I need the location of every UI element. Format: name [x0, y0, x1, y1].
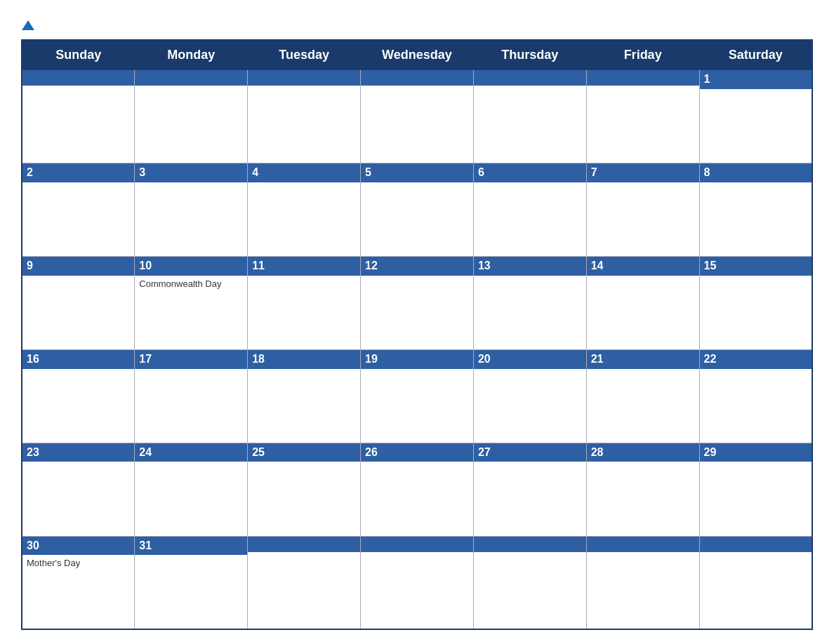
- day-number: 3: [135, 163, 247, 182]
- calendar-cell: 31: [135, 536, 248, 629]
- calendar-cell: [473, 70, 586, 163]
- calendar-cell: 26: [361, 443, 474, 536]
- calendar-week-3: 910Commonwealth Day1112131415: [22, 256, 812, 349]
- day-number: 28: [587, 443, 699, 462]
- calendar-cell: 22: [699, 349, 812, 443]
- calendar-week-2: 2345678: [22, 163, 812, 256]
- calendar-cell: 6: [473, 163, 586, 256]
- calendar-week-5: 23242526272829: [22, 443, 812, 536]
- calendar-cell: 19: [361, 349, 474, 443]
- day-number: 11: [248, 257, 360, 276]
- calendar-cell: [248, 536, 361, 629]
- calendar-cell: 1: [699, 70, 812, 163]
- logo: [21, 14, 34, 32]
- calendar-cell: 28: [586, 443, 699, 536]
- calendar-cell: [22, 70, 135, 163]
- calendar-cell: 30Mother's Day: [22, 536, 135, 629]
- calendar-cell: [473, 536, 586, 629]
- day-number: 20: [474, 350, 586, 369]
- calendar-cell: [586, 70, 699, 163]
- weekday-header-row: SundayMondayTuesdayWednesdayThursdayFrid…: [22, 40, 812, 70]
- calendar-cell: 25: [248, 443, 361, 536]
- day-number: 16: [22, 350, 134, 369]
- day-number: 23: [22, 443, 134, 462]
- calendar-cell: 17: [135, 349, 248, 443]
- calendar-cell: 12: [361, 256, 474, 349]
- calendar-cell: 14: [586, 256, 699, 349]
- calendar-cell: 29: [699, 443, 812, 536]
- calendar-cell: 16: [22, 349, 135, 443]
- calendar-cell: 8: [699, 163, 812, 256]
- day-number: 1: [700, 70, 812, 89]
- calendar-cell: [361, 536, 474, 629]
- day-number: 24: [135, 443, 247, 462]
- weekday-header-saturday: Saturday: [699, 40, 812, 70]
- calendar-cell: 4: [248, 163, 361, 256]
- day-number: 13: [474, 257, 586, 276]
- calendar-cell: [699, 536, 812, 629]
- logo-general: [21, 14, 34, 32]
- day-number: 21: [587, 350, 699, 369]
- day-number: 17: [135, 350, 247, 369]
- calendar-cell: 3: [135, 163, 248, 256]
- calendar-cell: [135, 70, 248, 163]
- calendar-cell: 21: [586, 349, 699, 443]
- day-number: 19: [361, 350, 473, 369]
- calendar-cell: 10Commonwealth Day: [135, 256, 248, 349]
- calendar-week-4: 16171819202122: [22, 349, 812, 443]
- calendar-week-1: 1: [22, 70, 812, 163]
- calendar-cell: 7: [586, 163, 699, 256]
- day-number: 7: [587, 163, 699, 182]
- logo-triangle-icon: [22, 19, 34, 32]
- calendar-cell: 23: [22, 443, 135, 536]
- calendar-cell: 13: [473, 256, 586, 349]
- day-number: 22: [700, 350, 812, 369]
- weekday-header-monday: Monday: [135, 40, 248, 70]
- day-number: 5: [361, 163, 473, 182]
- day-number: 27: [474, 443, 586, 462]
- day-number: 25: [248, 443, 360, 462]
- calendar-cell: 24: [135, 443, 248, 536]
- day-number: 30: [22, 537, 134, 556]
- calendar-week-6: 30Mother's Day31: [22, 536, 812, 629]
- day-number: 8: [700, 163, 812, 182]
- calendar-cell: 18: [248, 349, 361, 443]
- calendar-cell: 11: [248, 256, 361, 349]
- day-number: 15: [700, 257, 812, 276]
- day-number: 18: [248, 350, 360, 369]
- day-number: 31: [135, 537, 247, 556]
- calendar-cell: 2: [22, 163, 135, 256]
- day-number: 26: [361, 443, 473, 462]
- day-number: 10: [135, 257, 247, 276]
- calendar-cell: [361, 70, 474, 163]
- day-number: 29: [700, 443, 812, 462]
- calendar-cell: [248, 70, 361, 163]
- day-number: 12: [361, 257, 473, 276]
- calendar-cell: 15: [699, 256, 812, 349]
- calendar-cell: 20: [473, 349, 586, 443]
- weekday-header-friday: Friday: [586, 40, 699, 70]
- weekday-header-sunday: Sunday: [22, 40, 135, 70]
- calendar-cell: [586, 536, 699, 629]
- day-number: 4: [248, 163, 360, 182]
- page-header: [21, 14, 813, 32]
- weekday-header-wednesday: Wednesday: [361, 40, 474, 70]
- calendar-cell: 27: [473, 443, 586, 536]
- day-number: 14: [587, 257, 699, 276]
- weekday-header-tuesday: Tuesday: [248, 40, 361, 70]
- svg-marker-0: [22, 20, 34, 30]
- calendar-cell: 5: [361, 163, 474, 256]
- weekday-header-thursday: Thursday: [473, 40, 586, 70]
- event-label: Commonwealth Day: [135, 276, 247, 292]
- calendar-cell: 9: [22, 256, 135, 349]
- calendar-table: SundayMondayTuesdayWednesdayThursdayFrid…: [21, 39, 813, 630]
- day-number: 2: [22, 163, 134, 182]
- event-label: Mother's Day: [22, 555, 134, 571]
- day-number: 6: [474, 163, 586, 182]
- day-number: 9: [22, 257, 134, 276]
